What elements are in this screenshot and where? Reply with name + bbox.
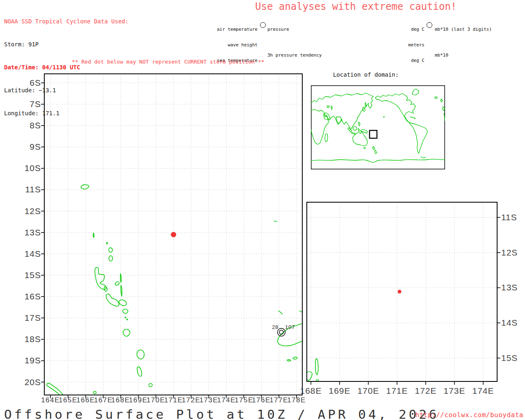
inset-y-tick-label: 12S	[501, 248, 518, 258]
inset-y-tick-label: 11S	[501, 212, 517, 222]
data-source-line: NOAA SSD Tropical Cyclone Data Used:	[4, 18, 128, 25]
buoy-plot-page: NOAA SSD Tropical Cyclone Data Used: Sto…	[0, 0, 525, 420]
inset-plot-border	[307, 202, 497, 381]
main-y-tick-label: 6S	[16, 78, 41, 88]
legend-pressure-tendency: 3h pressure tendency	[267, 53, 322, 58]
main-x-tick-label: 165E	[59, 396, 78, 404]
station-air-temperature-value: 28	[272, 324, 278, 330]
legend-air-temp-units: deg C	[369, 27, 425, 32]
main-x-tick-label: 175E	[235, 396, 253, 404]
inset-x-tick-label: 174E	[472, 386, 494, 396]
coastlines-vanuatu-fiji	[47, 185, 302, 397]
red-dot-warning: ** Red dot below may NOT represent CURRE…	[72, 59, 265, 65]
legend-parameters-left: air temperature wave height sea temperat…	[172, 17, 258, 74]
main-y-tick-label: 15S	[16, 270, 41, 280]
main-x-tick-label: 178E	[287, 396, 306, 404]
legend-units-left: deg C meters deg C	[369, 17, 425, 74]
main-y-tick-label: 11S	[16, 185, 41, 194]
inset-x-tick-label: 173E	[443, 386, 465, 396]
storm-position-dot	[171, 232, 176, 237]
station-model-circle-icon	[427, 22, 432, 28]
source-url: http://coolwx.com/buoydata	[415, 411, 523, 419]
main-x-tick-label: 174E	[217, 396, 236, 404]
station-pressure-value: 107	[285, 324, 295, 330]
main-x-tick-label: 168E	[111, 396, 130, 404]
inset-y-tick-label: 15S	[501, 353, 518, 363]
legend-pressure: pressure	[267, 27, 322, 32]
legend-air-temperature: air temperature	[172, 27, 258, 32]
main-x-tick-label: 166E	[76, 396, 95, 404]
main-y-tick-label: 18S	[16, 334, 41, 344]
main-y-tick-label: 14S	[16, 249, 41, 259]
storm-position-dot	[398, 290, 402, 294]
main-y-tick-label: 8S	[16, 121, 41, 130]
main-x-tick-label: 170E	[146, 396, 165, 404]
inset-y-tick-label: 14S	[501, 318, 518, 328]
main-x-tick-label: 177E	[269, 396, 288, 404]
main-x-tick-label: 171E	[164, 396, 183, 404]
inset-graticule	[307, 202, 497, 381]
main-y-tick-label: 7S	[16, 99, 41, 109]
legend-tendency-units: mb*10	[435, 53, 492, 58]
main-y-tick-label: 13S	[16, 228, 41, 237]
main-x-tick-label: 164E	[41, 396, 60, 404]
inset-x-tick-label: 169E	[329, 386, 350, 396]
caution-headline: Use analyses with extreme caution!	[255, 1, 457, 12]
inset-coastlines	[307, 358, 319, 381]
legend-wave-units: meters	[369, 43, 425, 48]
main-map-panel	[40, 73, 307, 400]
main-y-tick-label: 20S	[16, 377, 41, 387]
main-x-tick-label: 169E	[129, 396, 148, 404]
storm-id-line: Storm: 91P	[4, 41, 128, 48]
world-map-border	[311, 86, 445, 169]
station-plot-symbol	[278, 329, 285, 336]
main-x-tick-label: 173E	[199, 396, 218, 404]
station-model-circle-icon	[260, 22, 266, 28]
inset-x-tick-label: 168E	[300, 386, 322, 396]
main-y-tick-label: 12S	[16, 206, 41, 216]
world-map-inset	[311, 85, 445, 169]
legend-pressure-units: mb*10 (last 3 digits)	[435, 27, 492, 32]
zoom-inset-panel	[304, 201, 502, 386]
inset-x-tick-label: 172E	[415, 386, 436, 396]
inset-axis-ticks	[311, 217, 500, 385]
legend-wave-height: wave height	[172, 43, 258, 48]
inset-x-tick-label: 170E	[357, 386, 379, 396]
legend-sea-temp-units: deg C	[369, 58, 425, 64]
main-y-tick-label: 17S	[16, 313, 41, 323]
legend-units-right: mb*10 (last 3 digits) mb*10	[435, 17, 492, 68]
legend-parameters-right: pressure 3h pressure tendency	[267, 17, 322, 68]
inset-y-tick-label: 13S	[501, 283, 518, 292]
main-y-tick-label: 19S	[16, 356, 41, 365]
main-x-tick-label: 167E	[94, 396, 113, 404]
plot-title: Offshore Surface Plot at 10Z / APR 04, 2…	[4, 407, 439, 420]
main-axis-ticks	[41, 83, 297, 398]
main-y-tick-label: 16S	[16, 292, 41, 301]
inset-x-tick-label: 171E	[386, 386, 408, 396]
main-x-tick-label: 172E	[182, 396, 201, 404]
main-y-tick-label: 9S	[16, 142, 41, 152]
main-x-tick-label: 176E	[252, 396, 271, 404]
main-y-tick-label: 10S	[16, 163, 41, 173]
domain-map-title: Location of domain:	[333, 71, 399, 78]
